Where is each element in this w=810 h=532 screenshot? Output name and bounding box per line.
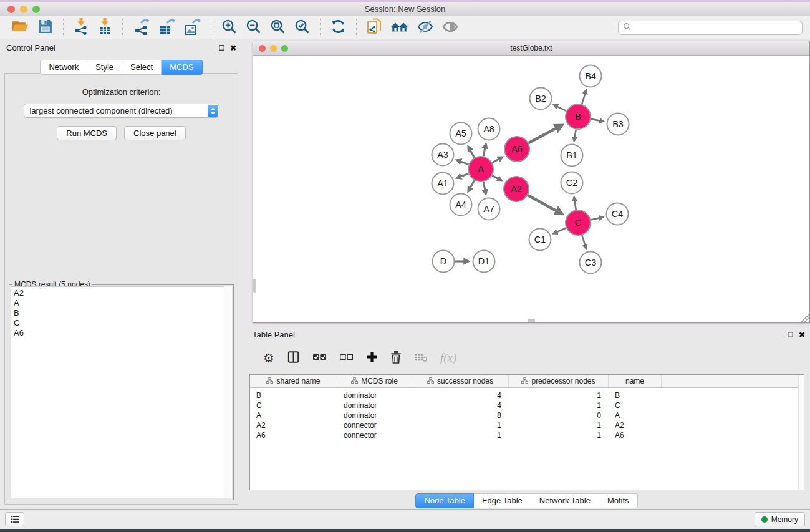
node-A2[interactable]: A2 <box>504 177 529 201</box>
export-table-button[interactable] <box>154 17 180 38</box>
open-browser-button[interactable] <box>387 18 413 37</box>
criterion-select[interactable]: largest connected component (directed) <box>24 104 219 118</box>
edge-A6-B[interactable] <box>529 125 562 143</box>
result-item[interactable]: C <box>14 318 231 328</box>
result-item[interactable]: B <box>14 308 231 318</box>
node-A1[interactable]: A1 <box>432 173 454 195</box>
network-maximize-button[interactable] <box>281 45 288 52</box>
table-scrollbar[interactable] <box>798 375 804 490</box>
column-header-MCDS-role[interactable]: MCDS role <box>337 375 412 387</box>
node-A8[interactable]: A8 <box>478 118 500 140</box>
node-A4[interactable]: A4 <box>450 194 472 216</box>
edge-A-A6[interactable] <box>492 157 502 163</box>
column-header-shared-name[interactable]: shared name <box>250 375 337 387</box>
tab-node-table[interactable]: Node Table <box>415 493 474 508</box>
result-item[interactable]: A6 <box>14 328 231 338</box>
edge-B-B1[interactable] <box>574 130 576 141</box>
node-C2[interactable]: C2 <box>561 172 583 194</box>
node-A[interactable]: A <box>468 157 493 181</box>
node-B1[interactable]: B1 <box>561 145 583 167</box>
node-D[interactable]: D <box>433 251 455 273</box>
node-B2[interactable]: B2 <box>530 88 552 110</box>
edge-A-A3[interactable] <box>457 160 469 165</box>
task-history-button[interactable] <box>5 512 24 526</box>
network-window-titlebar[interactable]: testGlobe.txt <box>253 41 809 56</box>
tab-style[interactable]: Style <box>87 60 122 75</box>
hide-graphics-details-button[interactable] <box>413 18 438 37</box>
float-panel-icon[interactable] <box>219 45 224 51</box>
tab-mcds[interactable]: MCDS <box>162 60 202 75</box>
edge-B-B2[interactable] <box>554 105 566 111</box>
tab-select[interactable]: Select <box>122 60 162 75</box>
node-B4[interactable]: B4 <box>580 65 602 87</box>
edge-A2-C[interactable] <box>528 195 562 214</box>
minimize-window-button[interactable] <box>20 6 27 13</box>
save-session-button[interactable] <box>33 17 57 37</box>
show-graphics-details-button[interactable] <box>438 18 463 37</box>
close-panel-icon[interactable]: ✖ <box>230 44 236 52</box>
memory-button[interactable]: Memory <box>755 512 805 526</box>
node-C1[interactable]: C1 <box>529 229 551 251</box>
node-B3[interactable]: B3 <box>607 114 629 135</box>
node-B[interactable]: B <box>566 104 591 129</box>
zoom-in-button[interactable] <box>217 17 241 37</box>
zoom-selected-button[interactable] <box>290 17 314 37</box>
maximize-window-button[interactable] <box>32 6 40 13</box>
run-mcds-button[interactable]: Run MCDS <box>57 126 117 140</box>
edge-C-C4[interactable] <box>591 217 602 220</box>
zoom-out-button[interactable] <box>241 17 266 37</box>
network-canvas[interactable]: B4B2BB3B1A5A8A6A3AA1A2C2A4A7CC4C1C3DD1 <box>253 56 809 322</box>
node-A7[interactable]: A7 <box>478 198 500 220</box>
node-A5[interactable]: A5 <box>450 123 472 145</box>
tab-motifs[interactable]: Motifs <box>599 493 638 508</box>
vertical-scroll-thumb[interactable] <box>253 279 256 293</box>
edge-C-C3[interactable] <box>582 235 586 248</box>
result-scrollbar[interactable] <box>224 286 232 498</box>
add-column-button[interactable] <box>362 349 382 367</box>
edge-C-C1[interactable] <box>554 228 566 233</box>
column-visibility-button[interactable] <box>282 348 304 368</box>
edge-A-A7[interactable] <box>483 182 486 195</box>
zoom-fit-button[interactable] <box>266 17 290 37</box>
node-A6[interactable]: A6 <box>504 137 529 162</box>
column-header-name[interactable]: name <box>609 375 662 387</box>
column-header-predecessor-nodes[interactable]: predecessor nodes <box>509 375 609 387</box>
table-float-panel-icon[interactable] <box>788 332 793 337</box>
edge-A-A2[interactable] <box>492 175 501 181</box>
edge-A-A1[interactable] <box>457 173 469 178</box>
export-image-button[interactable] <box>180 17 205 38</box>
edge-C-C2[interactable] <box>574 197 576 210</box>
refresh-button[interactable] <box>326 17 350 37</box>
edge-A-A4[interactable] <box>468 180 475 191</box>
node-C[interactable]: C <box>566 210 591 235</box>
node-A3[interactable]: A3 <box>432 144 454 166</box>
network-close-button[interactable] <box>259 45 266 52</box>
tab-network-table[interactable]: Network Table <box>531 493 599 508</box>
import-table-button[interactable] <box>93 17 117 38</box>
export-network-button[interactable] <box>128 17 154 38</box>
tab-network[interactable]: Network <box>40 60 87 75</box>
table-close-panel-icon[interactable]: ✖ <box>799 331 805 339</box>
tab-edge-table[interactable]: Edge Table <box>474 493 531 508</box>
table-row[interactable]: A6connector11A6 <box>250 430 804 440</box>
result-item[interactable]: A2 <box>14 288 231 298</box>
delete-column-button[interactable] <box>386 349 406 368</box>
search-field[interactable] <box>618 21 803 35</box>
node-C3[interactable]: C3 <box>580 252 602 274</box>
horizontal-scroll-thumb[interactable] <box>528 319 535 322</box>
network-minimize-button[interactable] <box>270 45 277 52</box>
result-item[interactable]: A <box>14 298 231 308</box>
edge-A-A5[interactable] <box>468 147 475 157</box>
edge-A-A8[interactable] <box>483 144 486 157</box>
resize-grip[interactable] <box>801 314 809 322</box>
table-row[interactable]: Cdominator41C <box>250 400 804 410</box>
close-window-button[interactable] <box>7 6 15 13</box>
open-session-button[interactable] <box>7 17 33 37</box>
column-header-successor-nodes[interactable]: successor nodes <box>412 375 509 387</box>
network-from-selection-button[interactable] <box>362 17 387 38</box>
table-row[interactable]: Bdominator41B <box>250 390 804 400</box>
edge-B-B4[interactable] <box>582 90 586 104</box>
node-D1[interactable]: D1 <box>473 251 495 273</box>
table-settings-button[interactable]: ⚙ <box>259 349 279 367</box>
import-network-button[interactable] <box>69 17 93 38</box>
